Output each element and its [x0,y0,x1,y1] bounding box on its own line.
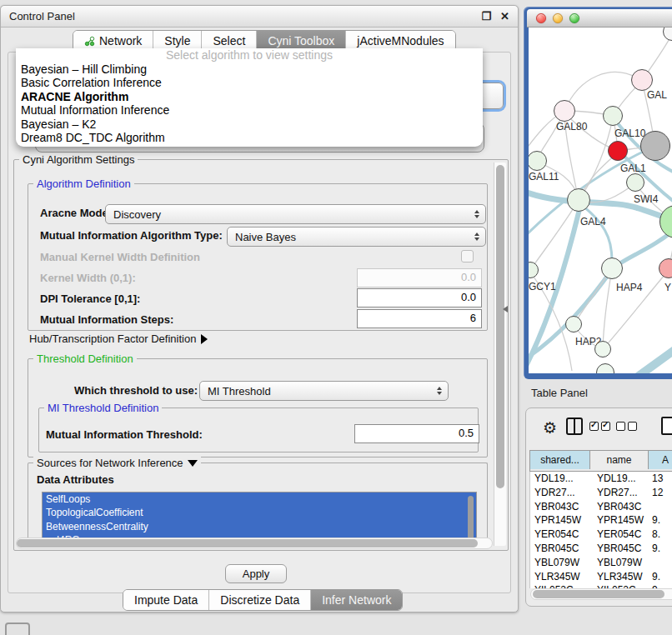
dropdown-option[interactable]: Dream8 DC_TDC Algorithm [16,131,483,144]
gear-icon[interactable]: ⚙ [543,420,557,436]
close-traffic-light-icon[interactable] [536,13,546,23]
control-panel-window: Control Panel ❐ ✕ Network Style Select C… [0,5,519,612]
tab-label: Discretize Data [220,593,299,607]
network-canvas[interactable]: GALGAL80GAL10GAL1GAL11SWI4GAL4GCY1HAP4YH… [529,28,672,373]
tab-infer-network[interactable]: Infer Network [311,590,402,610]
column-header[interactable]: shared... [530,451,590,469]
table-row[interactable]: YPR145W YPR145W 9. [530,513,672,528]
splitter-collapse-arrow[interactable] [503,306,508,312]
scrollbar-thumb[interactable] [17,539,478,548]
tab-label: Network [99,34,142,48]
manual-kernel-checkbox[interactable] [461,250,474,262]
deselect-all-icon[interactable] [616,422,637,431]
attribute-item[interactable]: TopologicalCoefficient [43,506,476,519]
attribute-item[interactable]: BetweennessCentrality [43,520,476,533]
algorithm-definition-group: Algorithm Definition Aracne Mode: Discov… [28,183,488,331]
table-horizontal-scrollbar[interactable] [530,588,672,600]
sources-group-title[interactable]: Sources for Network Inference [33,457,201,469]
minimize-traffic-light-icon[interactable] [553,13,563,23]
table-row[interactable]: YER054C YER054C 8. [530,528,672,542]
select-all-icon[interactable] [589,422,610,431]
network-node-label: HAP4 [616,282,642,293]
table-row[interactable]: YDL19... YDL19... 13 [530,472,672,486]
kernel-width-field[interactable]: 0.0 [357,268,482,288]
network-node[interactable] [640,131,670,161]
expand-arrow-icon [201,334,208,344]
export-table-icon[interactable] [661,417,672,435]
data-attributes-label: Data Attributes [37,473,114,486]
node-table: shared... name A YDL19... YDL19... 13 YD… [529,450,672,588]
tab-label: Cyni Toolbox [268,34,334,48]
hub-definition-toggle[interactable]: Hub/Transcription Factor Definition [29,332,208,345]
table-row[interactable]: YBR045C YBR045C 9. [530,542,672,556]
dropdown-option[interactable]: Bayesian – K2 [16,118,483,131]
network-node[interactable] [601,258,623,279]
scrollbar-thumb[interactable] [468,496,474,541]
table-row[interactable]: YLR345W YLR345W 9. [530,570,672,584]
network-node-label: SWI4 [634,193,658,205]
table-body: YDL19... YDL19... 13 YDR27... YDR27... 1… [529,472,672,588]
mi-steps-label: Mutual Information Steps: [40,313,173,326]
network-node-label: GCY1 [529,281,556,292]
network-node[interactable] [554,100,575,122]
tab-impute-data[interactable]: Impute Data [123,590,209,610]
table-row[interactable]: YDR27... YDR27... 12 [530,486,672,500]
network-node-label: GAL4 [580,216,606,228]
table-panel-title: Table Panel [531,387,588,399]
mi-threshold-label: Mutual Information Threshold: [46,428,203,441]
control-panel-titlebar[interactable]: Control Panel ❐ ✕ [1,6,518,28]
settings-vertical-scrollbar[interactable] [494,162,506,546]
network-window-titlebar[interactable] [527,9,672,28]
network-view-window: GALGAL80GAL10GAL1GAL11SWI4GAL4GCY1HAP4YH… [524,7,672,379]
network-node-label: GAL80 [556,121,587,132]
scrollbar-thumb[interactable] [533,590,664,598]
scrollbar-thumb[interactable] [496,165,504,488]
dropdown-option[interactable]: Basic Correlation Inference [16,76,483,89]
dpi-tolerance-label: DPI Tolerance [0,1]: [40,292,140,305]
column-selector-icon[interactable] [566,418,583,435]
network-node-label: GAL1 [620,162,646,174]
tab-label: Select [213,34,245,48]
settings-group-title: Cyni Algorithm Settings [19,153,138,166]
network-node-label: Y [664,282,671,293]
tab-label: jActiveMNodules [357,34,444,48]
dropdown-prompt: Select algorithm to view settings [16,48,483,62]
network-node[interactable] [594,341,611,358]
zoom-traffic-light-icon[interactable] [569,13,579,23]
dropdown-option[interactable]: ARACNE Algorithm [16,90,483,103]
mi-type-value: Naive Bayes [235,231,296,243]
algorithm-dropdown-popup: Select algorithm to view settings Bayesi… [16,48,483,147]
aracne-mode-combo[interactable]: Discovery [105,204,486,224]
float-window-icon[interactable]: ❐ [481,11,491,22]
network-node[interactable] [567,188,590,212]
table-row[interactable]: YBR043C YBR043C [530,500,672,514]
dpi-tolerance-field[interactable]: 0.0 [357,288,482,308]
sources-group: Sources for Network Inference Data Attri… [28,462,488,548]
mi-steps-field[interactable]: 6 [357,309,482,328]
network-node[interactable] [626,173,644,192]
table-header-row: shared... name A [529,450,672,472]
dropdown-option[interactable]: Bayesian – Hill Climbing [16,62,483,76]
column-header[interactable]: A [649,451,672,469]
network-node[interactable] [608,141,628,161]
tab-discretize-data[interactable]: Discretize Data [209,590,311,610]
network-node[interactable] [631,69,653,91]
cyni-algorithm-settings-group: Cyni Algorithm Settings Algorithm Defini… [13,159,509,551]
mi-type-combo[interactable]: Naive Bayes [227,227,486,247]
network-node-label: GAL11 [529,171,559,182]
column-header[interactable]: name [590,451,649,469]
table-row[interactable]: YBL079W YBL079W [530,556,672,570]
network-node[interactable] [565,316,582,332]
mi-type-label: Mutual Information Algorithm Type: [40,229,223,242]
attribute-item[interactable]: SelfLoops [43,492,476,506]
network-node[interactable] [603,106,623,126]
table-panel: ⚙ shared... name A YDL19... YDL19... 13 … [525,408,672,607]
settings-horizontal-scrollbar[interactable] [16,538,493,549]
dropdown-option[interactable]: Mutual Information Inference [16,103,483,117]
apply-button[interactable]: Apply [225,564,287,583]
which-threshold-combo[interactable]: MI Threshold [199,381,449,401]
corner-button[interactable] [5,622,30,635]
threshold-definition-group: Threshold Definition Which threshold to … [28,358,488,458]
mi-threshold-field[interactable]: 0.5 [354,424,479,443]
close-window-icon[interactable]: ✕ [500,11,509,22]
